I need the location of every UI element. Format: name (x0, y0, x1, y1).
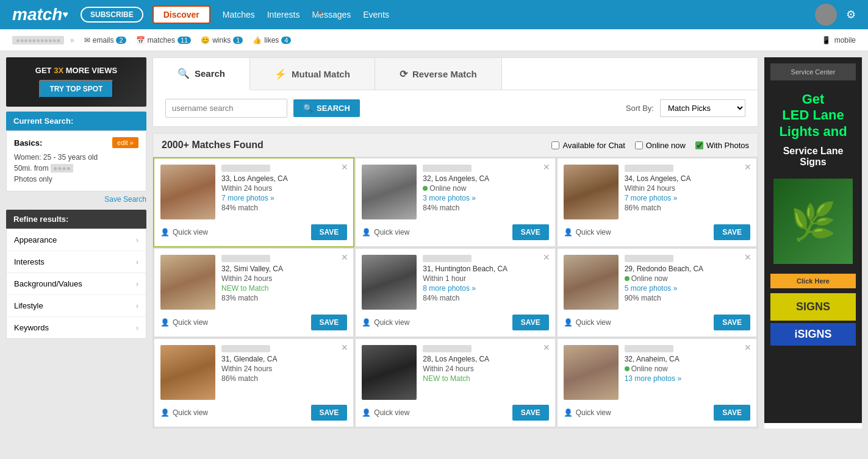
close-card-6[interactable]: ✕ (744, 252, 751, 262)
card-photo-1[interactable] (160, 165, 215, 219)
quick-view-button-7[interactable]: 👤 Quick view (160, 408, 208, 417)
close-card-8[interactable]: ✕ (543, 343, 550, 352)
card-activity-8: Within 24 hours (423, 365, 548, 373)
card-photo-9[interactable] (564, 345, 619, 400)
avatar[interactable] (815, 4, 837, 26)
close-card-4[interactable]: ✕ (341, 252, 348, 262)
edit-button[interactable]: edit (112, 137, 138, 148)
search-tabs: 🔍 Search ⚡ Mutual Match ⟳ Reverse Match … (152, 57, 758, 127)
save-button-3[interactable]: SAVE (714, 224, 750, 240)
card-photos-link-8[interactable]: NEW to Match (423, 374, 548, 383)
quick-view-button-1[interactable]: 👤 Quick view (160, 228, 208, 237)
discover-button[interactable]: Discover (152, 5, 210, 24)
card-info-1: 33, Los Angeles, CA Within 24 hours 7 mo… (221, 165, 347, 219)
search-button[interactable]: 🔍 SEARCH (293, 99, 360, 117)
online-now-checkbox[interactable] (635, 141, 643, 149)
nav-events[interactable]: Events (363, 10, 389, 20)
refine-keywords[interactable]: Keywords › (7, 317, 146, 338)
gear-icon[interactable]: ⚙ (846, 8, 856, 21)
save-button-2[interactable]: SAVE (512, 224, 549, 240)
subscribe-button[interactable]: SUBSCRIBE (81, 7, 143, 23)
save-button-1[interactable]: SAVE (311, 224, 348, 240)
quickview-icon-2: 👤 (362, 228, 371, 237)
save-button-5[interactable]: SAVE (512, 315, 549, 330)
close-card-3[interactable]: ✕ (744, 162, 751, 172)
card-match-5: 84% match (423, 294, 548, 302)
sub-nav-winks[interactable]: 😊 winks 1 (201, 36, 243, 44)
save-button-8[interactable]: SAVE (512, 405, 549, 421)
filter-available-chat[interactable]: Available for Chat (551, 141, 625, 150)
card-photo-7[interactable] (160, 345, 215, 400)
save-button-4[interactable]: SAVE (311, 315, 348, 330)
close-card-7[interactable]: ✕ (341, 343, 348, 352)
quick-view-button-3[interactable]: 👤 Quick view (564, 228, 611, 237)
quick-view-button-4[interactable]: 👤 Quick view (160, 318, 208, 327)
match-card-1: ✕ 33, Los Angeles, CA Within 24 hours 7 … (153, 157, 354, 247)
card-photos-link-5[interactable]: 8 more photos » (423, 284, 548, 293)
sort-select[interactable]: Match Picks New to Match Online Recently… (660, 99, 745, 117)
card-age-loc-1: 33, Los Angeles, CA (221, 174, 347, 183)
filter-online-now[interactable]: Online now (635, 141, 686, 150)
available-chat-checkbox[interactable] (551, 141, 559, 149)
card-photo-2[interactable] (362, 165, 417, 219)
card-photo-6[interactable] (564, 255, 619, 310)
card-photos-link-2[interactable]: 3 more photos » (423, 194, 548, 202)
tab-search[interactable]: 🔍 Search (153, 58, 250, 90)
quick-view-button-6[interactable]: 👤 Quick view (564, 318, 611, 327)
nav-interests[interactable]: Interests (267, 10, 300, 20)
plant-icon: 🌿 (791, 200, 836, 243)
card-actions-2: 👤 Quick view SAVE (362, 224, 548, 240)
tab-mutual-match[interactable]: ⚡ Mutual Match (250, 58, 375, 90)
save-button-7[interactable]: SAVE (311, 405, 348, 421)
card-photo-5[interactable] (362, 255, 417, 310)
quickview-label-8: Quick view (374, 408, 409, 417)
filter-with-photos[interactable]: With Photos (695, 141, 749, 150)
refine-appearance[interactable]: Appearance › (7, 229, 146, 251)
username-search-row: 🔍 SEARCH Sort By: Match Picks New to Mat… (153, 90, 758, 126)
quick-view-button-5[interactable]: 👤 Quick view (362, 318, 409, 327)
card-inner-2: 32, Los Angeles, CA Online now 3 more ph… (362, 165, 548, 219)
quick-view-button-9[interactable]: 👤 Quick view (564, 408, 611, 417)
card-photos-link-9[interactable]: 13 more photos » (625, 374, 750, 383)
nav-matches[interactable]: Matches (223, 10, 255, 20)
sub-nav-likes[interactable]: 👍 likes 4 (253, 36, 291, 44)
refine-lifestyle[interactable]: Lifestyle › (7, 295, 146, 317)
close-card-9[interactable]: ✕ (744, 343, 751, 352)
card-inner-8: 28, Los Angeles, CA Within 24 hours NEW … (362, 345, 548, 400)
ad-signs-box[interactable]: SIGNS (770, 293, 856, 321)
save-button-6[interactable]: SAVE (714, 315, 750, 330)
close-card-2[interactable]: ✕ (543, 162, 550, 172)
refine-interests[interactable]: Interests › (7, 251, 146, 273)
card-photo-8[interactable] (362, 345, 417, 400)
with-photos-checkbox[interactable] (695, 141, 703, 149)
sub-nav-emails[interactable]: ✉ emails 2 (84, 36, 126, 44)
card-match-7: 86% match (221, 374, 347, 383)
card-photo-3[interactable] (564, 165, 619, 219)
refine-background[interactable]: Background/Values › (7, 273, 146, 295)
save-button-9[interactable]: SAVE (714, 405, 750, 421)
card-photo-4[interactable] (160, 255, 215, 310)
username-input[interactable] (165, 99, 287, 118)
card-photos-link-6[interactable]: 5 more photos » (625, 284, 750, 293)
sub-nav-matches[interactable]: 📅 matches 11 (136, 36, 192, 44)
ad-isigns[interactable]: iSIGNS (770, 323, 856, 346)
quick-view-button-2[interactable]: 👤 Quick view (362, 228, 409, 237)
save-search-link[interactable]: Save Search (6, 191, 146, 207)
card-activity-1: Within 24 hours (221, 184, 347, 193)
close-card-5[interactable]: ✕ (543, 252, 550, 262)
card-match-6: 90% match (625, 294, 750, 302)
mobile-label: mobile (834, 36, 856, 44)
quickview-icon-9: 👤 (564, 408, 573, 417)
close-card-1[interactable]: ✕ (341, 162, 348, 172)
card-photos-link-4[interactable]: NEW to Match (221, 284, 347, 293)
mutual-icon: ⚡ (274, 68, 287, 80)
quick-view-button-8[interactable]: 👤 Quick view (362, 408, 409, 417)
quickview-icon-3: 👤 (564, 228, 573, 237)
card-photos-link-1[interactable]: 7 more photos » (221, 194, 347, 202)
try-top-spot-button[interactable]: TRY TOP SPOT (39, 80, 114, 98)
mobile-link[interactable]: 📱 mobile (822, 36, 856, 44)
match-card-9: ✕ 32, Anaheim, CA Online now 13 more pho… (558, 339, 756, 427)
card-actions-6: 👤 Quick view SAVE (564, 315, 750, 330)
card-photos-link-3[interactable]: 7 more photos » (625, 194, 750, 202)
tab-reverse-match[interactable]: ⟳ Reverse Match (375, 58, 502, 90)
